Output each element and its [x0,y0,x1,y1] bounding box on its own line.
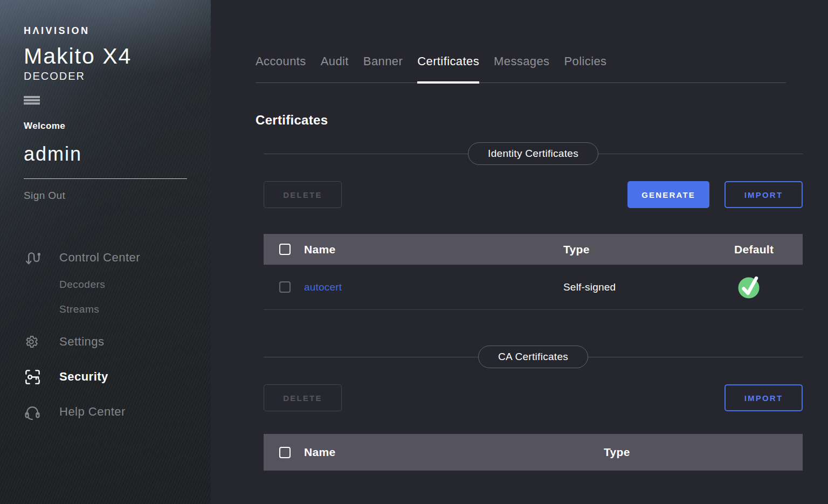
tab-accounts[interactable]: Accounts [256,54,306,82]
divider-line [264,357,478,357]
sidebar-item-label: Settings [59,335,105,349]
identity-import-button[interactable]: IMPORT [724,181,803,208]
haivision-logo: HΛIVISION [24,0,211,37]
sidebar-item-label: Streams [59,303,99,315]
identity-certificates-section: Identity Certificates DELETE GENERATE IM… [264,142,803,310]
app-window: HΛIVISION Makito X4 DECODER Welcome admi… [0,0,828,504]
sidebar-item-streams[interactable]: Streams [24,303,211,316]
header-checkbox-cell [264,447,304,458]
sidebar-menu: Control Center Decoders Streams Settings [24,249,211,420]
column-header-name: Name [304,446,604,459]
key-brackets-icon [24,368,59,386]
tab-certificates[interactable]: Certificates [417,54,479,82]
sidebar-item-label: Decoders [59,279,105,291]
ca-section-divider: CA Certificates [264,346,803,368]
sign-out-link[interactable]: Sign Out [24,190,211,202]
row-checkbox[interactable] [279,281,291,293]
divider-line [598,154,803,154]
gear-icon [24,334,59,349]
sidebar-item-security[interactable]: Security [24,368,211,385]
table-row: autocert Self-signed [264,265,803,310]
sidebar-item-control-center[interactable]: Control Center [24,249,211,266]
identity-section-divider: Identity Certificates [264,142,803,165]
default-check-icon [737,274,761,299]
identity-section-pill: Identity Certificates [468,142,598,165]
ca-table-header: Name Type [264,434,803,471]
identity-actions: DELETE GENERATE IMPORT [264,181,803,208]
certificate-type: Self-signed [563,281,734,293]
column-header-type: Type [563,243,734,256]
sidebar-item-settings[interactable]: Settings [24,333,211,350]
ca-certificates-section: CA Certificates DELETE IMPORT Name Type [264,346,803,471]
divider-line [264,154,468,154]
certificate-name-link[interactable]: autocert [304,281,563,293]
sidebar-item-label: Help Center [59,405,126,419]
route-icon [24,250,59,266]
tab-banner[interactable]: Banner [363,54,403,82]
column-header-default: Default [734,243,803,256]
identity-table-header: Name Type Default [264,234,803,265]
identity-generate-button[interactable]: GENERATE [627,181,709,208]
ca-certificates-table: Name Type [264,434,803,471]
welcome-label: Welcome [24,121,211,132]
divider-line [588,357,803,357]
tab-bar: Accounts Audit Banner Certificates Messa… [256,0,786,83]
tab-audit[interactable]: Audit [321,54,349,82]
tab-messages[interactable]: Messages [494,54,549,82]
page-title: Certificates [256,113,803,128]
sidebar-item-help-center[interactable]: Help Center [24,403,211,420]
tab-policies[interactable]: Policies [564,54,607,82]
column-header-name: Name [304,243,563,256]
headset-icon [24,403,59,420]
main-content: Accounts Audit Banner Certificates Messa… [211,0,828,504]
select-all-checkbox[interactable] [279,447,291,458]
default-cell [734,274,803,301]
column-header-type: Type [604,446,803,459]
product-name: Makito X4 [24,45,211,67]
ca-delete-button[interactable]: DELETE [264,384,342,411]
identity-certificates-table: Name Type Default autocert Self-signed [264,234,803,310]
identity-delete-button[interactable]: DELETE [264,181,342,208]
ca-section-pill: CA Certificates [478,346,588,368]
username: admin [24,143,211,165]
product-subtitle: DECODER [24,70,211,82]
ca-actions: DELETE IMPORT [264,384,803,411]
header-checkbox-cell [264,244,304,255]
ca-import-button[interactable]: IMPORT [724,384,803,411]
sidebar-item-label: Control Center [59,251,140,265]
sidebar-item-decoders[interactable]: Decoders [24,278,211,291]
select-all-checkbox[interactable] [279,244,291,255]
user-divider [24,178,187,179]
row-checkbox-cell [264,281,304,293]
hamburger-menu-icon[interactable] [24,96,40,105]
sidebar-item-label: Security [59,370,108,384]
sidebar: HΛIVISION Makito X4 DECODER Welcome admi… [0,0,211,504]
